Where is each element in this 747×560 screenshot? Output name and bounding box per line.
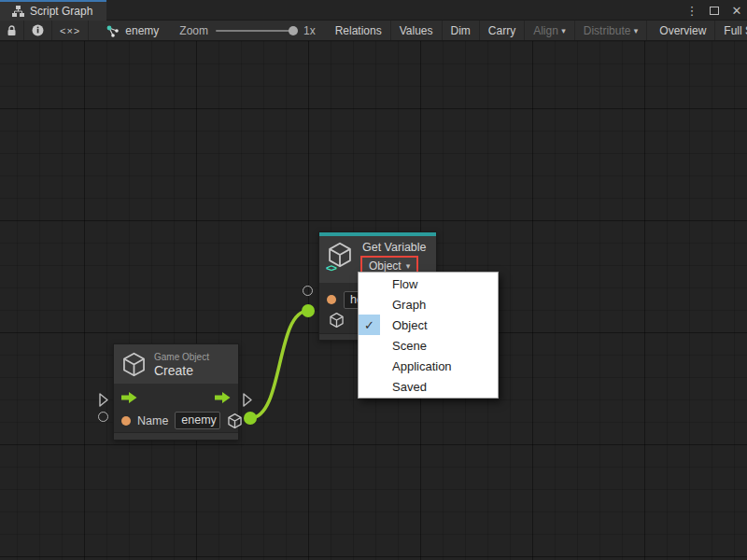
- menu-item-application[interactable]: Application: [359, 356, 498, 376]
- graph-name: enemy: [125, 24, 159, 37]
- maximize-icon[interactable]: [708, 4, 721, 18]
- node-get-variable-title: Get Variable: [362, 241, 427, 254]
- variable-scope-menu: Flow Graph ✓ Object Scene Application Sa…: [358, 272, 499, 399]
- cube-icon[interactable]: [227, 413, 243, 429]
- zoom-slider-handle[interactable]: [289, 26, 298, 35]
- info-icon: [32, 24, 44, 36]
- graph-variable-icon: [106, 24, 120, 37]
- node-create-footer: [114, 432, 238, 440]
- inspect-button[interactable]: [24, 21, 52, 40]
- window-controls: ⋮ ✕: [685, 0, 743, 21]
- window-menu-icon[interactable]: ⋮: [685, 4, 698, 18]
- flow-output-port[interactable]: [243, 393, 252, 407]
- variable-cube-icon: <>: [327, 241, 355, 271]
- toolbar-button-distribute[interactable]: Distribute ▾: [575, 21, 648, 40]
- code-icon: <×>: [60, 25, 80, 36]
- name-port-row: Name enemy: [114, 409, 238, 432]
- toolbar-button-values[interactable]: Values: [391, 21, 443, 40]
- zoom-slider[interactable]: [216, 30, 296, 32]
- toolbar-button-relations[interactable]: Relations: [327, 21, 391, 40]
- value-port-dot[interactable]: [327, 295, 336, 304]
- chevron-down-icon: ▾: [634, 26, 639, 35]
- check-icon: ✓: [359, 315, 380, 335]
- name-input-port[interactable]: [98, 412, 108, 422]
- node-create[interactable]: Game Object Create Name enemy: [113, 343, 239, 441]
- toolbar-button-carry[interactable]: Carry: [480, 21, 525, 40]
- toolbar-button-dim[interactable]: Dim: [443, 21, 480, 40]
- node-create-title: Create: [154, 363, 209, 378]
- flow-out-arrow-icon[interactable]: [215, 392, 231, 403]
- script-graph-window: Script Graph ⋮ ✕ <×> enemy: [0, 0, 747, 560]
- tab-script-graph[interactable]: Script Graph: [0, 0, 106, 21]
- menu-item-flow[interactable]: Flow: [359, 273, 498, 294]
- zoom-control: Zoom 1x: [168, 21, 326, 40]
- toolbar-button-overview[interactable]: Overview: [651, 21, 715, 40]
- tab-title: Script Graph: [30, 5, 92, 18]
- flow-port-row: [114, 385, 238, 409]
- menu-item-object[interactable]: ✓ Object: [359, 315, 498, 335]
- lock-icon: [7, 25, 17, 36]
- zoom-label: Zoom: [179, 24, 208, 37]
- zoom-value: 1x: [303, 24, 316, 37]
- lock-button[interactable]: [0, 21, 24, 40]
- flow-in-arrow-icon[interactable]: [121, 392, 137, 403]
- menu-item-saved[interactable]: Saved: [359, 376, 498, 397]
- chevron-down-icon: ▾: [561, 26, 566, 35]
- node-create-titles: Game Object Create: [154, 351, 209, 378]
- value-port-dot[interactable]: [121, 416, 131, 426]
- graph-breadcrumb[interactable]: enemy: [89, 21, 168, 40]
- node-create-header[interactable]: Game Object Create: [114, 344, 238, 384]
- cube-icon: [121, 351, 147, 378]
- toolbar-button-fullscreen[interactable]: Full Screen: [715, 21, 747, 40]
- graph-toolbar: <×> enemy Zoom 1x Relations Values Dim C…: [0, 21, 747, 41]
- name-input[interactable]: enemy: [175, 412, 220, 429]
- hierarchy-icon: [12, 6, 24, 17]
- toolbar-button-align[interactable]: Align ▾: [525, 21, 575, 40]
- node-create-body: Name enemy: [114, 384, 238, 432]
- node-get-variable-titles: Get Variable Object ▾: [362, 241, 427, 275]
- name-label: Name: [137, 414, 168, 427]
- node-create-category: Game Object: [154, 351, 209, 363]
- menu-item-graph[interactable]: Graph: [359, 294, 498, 315]
- close-icon[interactable]: ✕: [730, 4, 743, 18]
- variable-name-input-port[interactable]: [303, 286, 313, 296]
- code-badge-icon: <>: [326, 262, 336, 273]
- flow-input-port[interactable]: [99, 393, 108, 407]
- edit-source-button[interactable]: <×>: [52, 21, 89, 40]
- menu-item-scene[interactable]: Scene: [359, 335, 498, 356]
- chevron-down-icon: ▾: [406, 261, 411, 271]
- cube-icon[interactable]: [329, 312, 345, 329]
- tab-strip: Script Graph ⋮ ✕: [0, 0, 747, 21]
